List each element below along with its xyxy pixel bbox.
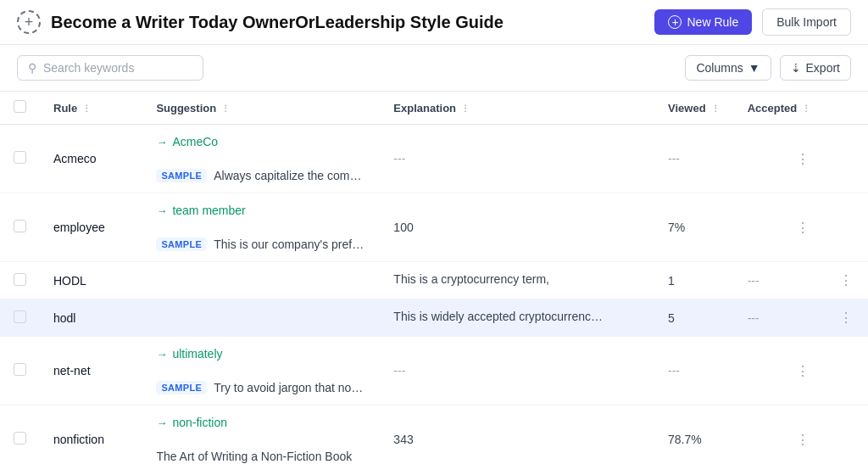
row-checkbox-cell xyxy=(0,299,40,337)
arrow-right-icon: → xyxy=(156,348,167,361)
row-checkbox-cell xyxy=(0,262,40,299)
row-viewed: --- xyxy=(380,125,654,193)
table-row: hodlThis is widely accepted cryptocurren… xyxy=(0,299,868,337)
th-rule: Rule ⋮ xyxy=(40,92,142,125)
suggestion-text: non-fiction xyxy=(172,416,227,429)
row-suggestion: →team member xyxy=(142,193,380,227)
suggestion-text: ultimately xyxy=(172,347,222,361)
row-rule: HODL xyxy=(40,262,142,299)
bulk-import-button[interactable]: Bulk Import xyxy=(762,8,851,36)
row-suggestion xyxy=(142,262,380,299)
row-checkbox-cell xyxy=(0,337,40,405)
row-viewed: 100 xyxy=(380,193,654,262)
row-suggestion: →ultimately xyxy=(142,337,380,371)
explanation-text: The Art of Writing a Non-Fiction Book xyxy=(156,450,352,463)
th-accepted: Accepted ⋮ xyxy=(734,92,826,125)
explanation-text: This is widely accepted cryptocurrenc… xyxy=(393,310,603,323)
row-checkbox[interactable] xyxy=(14,363,26,376)
table-row: Acmeco→AcmeCoSAMPLEAlways capitalize the… xyxy=(0,125,868,193)
row-accepted: --- xyxy=(654,125,734,193)
rule-sort-icon[interactable]: ⋮ xyxy=(82,103,91,113)
th-viewed: Viewed ⋮ xyxy=(654,92,734,125)
row-explanation: SAMPLEAlways capitalize the com… xyxy=(142,159,380,193)
explanation-text: This is a cryptocurrency term, xyxy=(393,272,549,286)
row-accepted: --- xyxy=(734,299,826,337)
row-suggestion: →AcmeCo xyxy=(142,125,380,159)
rules-table: Rule ⋮ Suggestion ⋮ Explanation ⋮ xyxy=(0,92,868,464)
row-rule: hodl xyxy=(40,299,142,337)
search-box: ⚲ xyxy=(17,55,203,81)
row-explanation: SAMPLETry to avoid jargon that no… xyxy=(142,371,380,405)
explanation-text: Always capitalize the com… xyxy=(214,169,361,182)
header-icon: + xyxy=(17,10,41,34)
row-actions-menu[interactable]: ⋮ xyxy=(734,193,826,262)
row-checkbox[interactable] xyxy=(14,273,26,286)
row-viewed: 343 xyxy=(380,405,654,465)
th-explanation: Explanation ⋮ xyxy=(380,92,654,125)
row-checkbox[interactable] xyxy=(14,310,26,323)
new-rule-button[interactable]: + New Rule xyxy=(654,9,752,35)
page-title: Become a Writer Today OwnerOrLeadership … xyxy=(51,13,644,32)
row-accepted: --- xyxy=(654,337,734,405)
export-button[interactable]: ⇣ Export xyxy=(780,55,851,81)
row-actions-menu[interactable]: ⋮ xyxy=(825,262,868,299)
sample-badge: SAMPLE xyxy=(156,381,207,394)
viewed-sort-icon[interactable]: ⋮ xyxy=(711,103,720,113)
row-actions-menu[interactable]: ⋮ xyxy=(734,337,826,405)
row-rule: net-net xyxy=(40,337,142,405)
select-all-checkbox[interactable] xyxy=(14,100,26,113)
explanation-sort-icon[interactable]: ⋮ xyxy=(461,103,470,113)
suggestion-sort-icon[interactable]: ⋮ xyxy=(221,103,230,113)
accepted-sort-icon[interactable]: ⋮ xyxy=(802,103,810,113)
arrow-right-icon: → xyxy=(156,136,167,148)
row-actions-menu[interactable]: ⋮ xyxy=(825,299,868,337)
arrow-right-icon: → xyxy=(156,416,167,429)
row-viewed: 5 xyxy=(654,299,734,337)
row-explanation: SAMPLEThis is our company's pref… xyxy=(142,227,380,261)
search-input[interactable] xyxy=(43,61,192,75)
row-suggestion xyxy=(142,299,380,337)
explanation-text: This is our company's pref… xyxy=(214,238,364,251)
table-row: employee→team memberSAMPLEThis is our co… xyxy=(0,193,868,262)
row-rule: Acmeco xyxy=(40,125,142,193)
row-explanation: This is widely accepted cryptocurrenc… xyxy=(380,299,654,333)
toolbar-right: Columns ▼ ⇣ Export xyxy=(685,55,851,81)
th-suggestion: Suggestion ⋮ xyxy=(142,92,380,125)
chevron-down-icon: ▼ xyxy=(748,61,760,75)
page-header: + Become a Writer Today OwnerOrLeadershi… xyxy=(0,0,868,45)
suggestion-text: AcmeCo xyxy=(172,135,218,148)
suggestion-text: team member xyxy=(172,204,245,217)
row-accepted: --- xyxy=(734,262,826,299)
toolbar: ⚲ Columns ▼ ⇣ Export xyxy=(0,45,868,92)
th-actions xyxy=(825,92,868,125)
row-suggestion: →non-fiction xyxy=(142,405,380,439)
rules-table-wrap: Rule ⋮ Suggestion ⋮ Explanation ⋮ xyxy=(0,92,868,464)
table-row: nonfiction→non-fictionThe Art of Writing… xyxy=(0,405,868,465)
th-checkbox xyxy=(0,92,40,125)
row-viewed: --- xyxy=(380,337,654,405)
row-accepted: 78.7% xyxy=(654,405,734,465)
arrow-right-icon: → xyxy=(156,204,167,217)
row-checkbox-cell xyxy=(0,193,40,262)
row-checkbox-cell xyxy=(0,125,40,193)
explanation-text: Try to avoid jargon that no… xyxy=(214,381,363,394)
row-explanation: This is a cryptocurrency term, xyxy=(380,262,654,296)
row-actions-menu[interactable]: ⋮ xyxy=(734,405,826,465)
row-checkbox-cell xyxy=(0,405,40,465)
sample-badge: SAMPLE xyxy=(156,238,207,251)
row-accepted: 7% xyxy=(654,193,734,262)
row-rule: nonfiction xyxy=(40,405,142,465)
row-actions-menu[interactable]: ⋮ xyxy=(734,125,826,193)
row-viewed: 1 xyxy=(654,262,734,299)
row-checkbox[interactable] xyxy=(14,432,26,444)
columns-button[interactable]: Columns ▼ xyxy=(685,55,771,81)
row-checkbox[interactable] xyxy=(14,220,26,232)
table-row: HODLThis is a cryptocurrency term,1---⋮ xyxy=(0,262,868,299)
row-checkbox[interactable] xyxy=(14,151,26,164)
export-icon: ⇣ xyxy=(791,61,801,75)
plus-circle-icon: + xyxy=(668,15,682,29)
row-explanation: The Art of Writing a Non-Fiction Book xyxy=(142,439,380,464)
sample-badge: SAMPLE xyxy=(156,169,207,182)
row-rule: employee xyxy=(40,193,142,262)
table-row: net-net→ultimatelySAMPLETry to avoid jar… xyxy=(0,337,868,405)
